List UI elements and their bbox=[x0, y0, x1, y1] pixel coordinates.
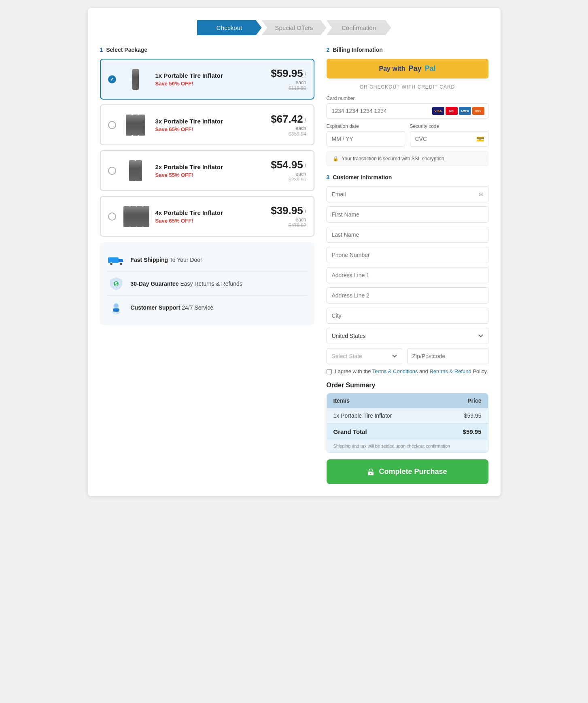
cvv-icon: 💳 bbox=[476, 135, 484, 143]
first-name-input[interactable] bbox=[327, 206, 488, 223]
headset-icon bbox=[107, 301, 125, 314]
right-column: 2 Billing Information Pay with PayPal OR… bbox=[327, 47, 488, 484]
product-image-3x bbox=[123, 112, 149, 138]
radio-3x[interactable] bbox=[108, 121, 116, 129]
package-info-1: 1x Portable Tire Inflator Save 50% OFF! bbox=[155, 72, 265, 87]
address2-input[interactable] bbox=[327, 287, 488, 304]
main-layout: 1 Select Package 1x Portable Tire Inflat… bbox=[100, 47, 488, 484]
summary-item-row: 1x Portable Tire Inflator $59.95 bbox=[327, 408, 488, 423]
package-info-4x: 4x Portable Tire Inflator Save 65% OFF! bbox=[155, 209, 265, 224]
package-card-3x[interactable]: 3x Portable Tire Inflator Save 65% OFF! … bbox=[100, 104, 314, 145]
product-image-1 bbox=[123, 66, 149, 92]
email-wrap: ✉ bbox=[327, 186, 488, 202]
last-name-input[interactable] bbox=[327, 227, 488, 243]
benefit-shipping: Fast Shipping To Your Door bbox=[107, 248, 307, 272]
zip-input[interactable] bbox=[407, 348, 488, 364]
paypal-button[interactable]: Pay with PayPal bbox=[327, 59, 488, 79]
benefit-guarantee: $ 30-Day Guarantee Easy Returns & Refund… bbox=[107, 272, 307, 296]
returns-refund-link[interactable]: Returns & Refund bbox=[429, 368, 471, 374]
radio-2x[interactable] bbox=[108, 167, 116, 175]
package-discount-4x: Save 65% OFF! bbox=[155, 218, 265, 224]
phone-input[interactable] bbox=[327, 247, 488, 263]
email-icon: ✉ bbox=[479, 191, 484, 198]
svg-point-7 bbox=[114, 304, 118, 308]
page-container: Checkout Special Offers Confirmation 1 S… bbox=[88, 8, 501, 496]
amex-icon: AMEX bbox=[459, 107, 471, 115]
package-name-2x: 2x Portable Tire Inflator bbox=[155, 164, 265, 170]
package-info-3x: 3x Portable Tire Inflator Save 65% OFF! bbox=[155, 118, 265, 132]
customer-title: 3 Customer Information bbox=[327, 174, 488, 181]
ssl-badge: 🔒 Your transaction is secured with SSL e… bbox=[327, 151, 488, 166]
svg-rect-8 bbox=[113, 308, 119, 312]
package-name-1: 1x Portable Tire Inflator bbox=[155, 72, 265, 79]
package-info-2x: 2x Portable Tire Inflator Save 55% OFF! bbox=[155, 164, 265, 178]
summary-total-row: Grand Total $59.95 bbox=[327, 423, 488, 440]
package-price-2x: $54.95 / each $239.96 bbox=[271, 159, 306, 183]
summary-header: Item/s Price bbox=[327, 393, 488, 408]
package-price-3x: $67.42 / each $359.94 bbox=[271, 113, 306, 137]
svg-text:$: $ bbox=[115, 281, 117, 287]
city-input[interactable] bbox=[327, 308, 488, 324]
radio-4x[interactable] bbox=[108, 212, 116, 221]
terms-checkbox[interactable] bbox=[327, 369, 332, 374]
summary-note: Shipping and tax will be settled upon ch… bbox=[327, 440, 488, 452]
step-checkout[interactable]: Checkout bbox=[197, 20, 262, 35]
benefit-support: Customer Support 24/7 Service bbox=[107, 296, 307, 319]
product-image-4x bbox=[123, 203, 149, 229]
expiry-cvv-row: Expiration date Security code 💳 bbox=[327, 123, 488, 147]
select-package-title: 1 Select Package bbox=[100, 47, 314, 53]
package-price-4x: $39.95 / each $479.92 bbox=[271, 204, 306, 228]
radio-1[interactable] bbox=[108, 75, 116, 83]
card-type-icons: VISA MC AMEX DISC bbox=[432, 107, 484, 115]
state-select[interactable]: Select State AlabamaAlaskaArizona Califo… bbox=[327, 348, 402, 364]
svg-point-2 bbox=[119, 263, 122, 265]
complete-purchase-button[interactable]: Complete Purchase bbox=[327, 459, 488, 484]
package-discount-2x: Save 55% OFF! bbox=[155, 172, 265, 178]
package-discount-3x: Save 65% OFF! bbox=[155, 126, 265, 132]
discover-icon: DISC bbox=[472, 107, 484, 115]
country-select[interactable]: United States Canada United Kingdom bbox=[327, 328, 488, 344]
mastercard-icon: MC bbox=[446, 107, 458, 115]
package-discount-1: Save 50% OFF! bbox=[155, 81, 265, 87]
steps-bar: Checkout Special Offers Confirmation bbox=[100, 20, 488, 35]
card-number-label: Card number bbox=[327, 96, 488, 101]
terms-conditions-link[interactable]: Terms & Conditions bbox=[372, 368, 418, 374]
expiry-wrap: Expiration date bbox=[327, 123, 405, 147]
terms-line: I agree with the Terms & Conditions and … bbox=[327, 368, 488, 374]
package-price-1: $59.95 / each $119.98 bbox=[271, 67, 306, 91]
left-column: 1 Select Package 1x Portable Tire Inflat… bbox=[100, 47, 314, 325]
summary-table: Item/s Price 1x Portable Tire Inflator $… bbox=[327, 393, 488, 453]
lock-icon bbox=[367, 468, 375, 476]
or-divider: OR CHECKOUT WITH CREDIT CARD bbox=[327, 84, 488, 90]
package-card-2x[interactable]: 2x Portable Tire Inflator Save 55% OFF! … bbox=[100, 150, 314, 191]
order-summary-title: Order Summary bbox=[327, 382, 488, 389]
cvv-label: Security code bbox=[410, 123, 488, 129]
product-image-2x bbox=[123, 157, 149, 184]
card-number-wrap: VISA MC AMEX DISC bbox=[327, 103, 488, 119]
cvv-wrap: Security code 💳 bbox=[410, 123, 488, 147]
truck-icon bbox=[107, 253, 125, 267]
visa-icon: VISA bbox=[432, 107, 444, 115]
state-zip-row: Select State AlabamaAlaskaArizona Califo… bbox=[327, 348, 488, 364]
svg-point-1 bbox=[110, 263, 113, 265]
package-name-4x: 4x Portable Tire Inflator bbox=[155, 209, 265, 216]
step-confirmation[interactable]: Confirmation bbox=[327, 20, 391, 35]
expiry-label: Expiration date bbox=[327, 123, 405, 129]
step-special-offers[interactable]: Special Offers bbox=[262, 20, 327, 35]
lock-icon: 🔒 bbox=[333, 156, 339, 161]
order-summary: Order Summary Item/s Price 1x Portable T… bbox=[327, 382, 488, 453]
benefits-section: Fast Shipping To Your Door $ 30-Day Guar… bbox=[100, 242, 314, 325]
expiry-input[interactable] bbox=[327, 131, 405, 147]
shield-icon: $ bbox=[107, 277, 125, 291]
package-name-3x: 3x Portable Tire Inflator bbox=[155, 118, 265, 125]
address1-input[interactable] bbox=[327, 267, 488, 283]
customer-section: 3 Customer Information ✉ United States C… bbox=[327, 174, 488, 484]
package-card-1[interactable]: 1x Portable Tire Inflator Save 50% OFF! … bbox=[100, 59, 314, 100]
card-section: Card number VISA MC AMEX DISC Expiration… bbox=[327, 96, 488, 166]
package-card-4x[interactable]: 4x Portable Tire Inflator Save 65% OFF! … bbox=[100, 196, 314, 237]
billing-title: 2 Billing Information bbox=[327, 47, 488, 53]
email-input[interactable] bbox=[327, 186, 488, 202]
svg-rect-0 bbox=[108, 257, 119, 263]
